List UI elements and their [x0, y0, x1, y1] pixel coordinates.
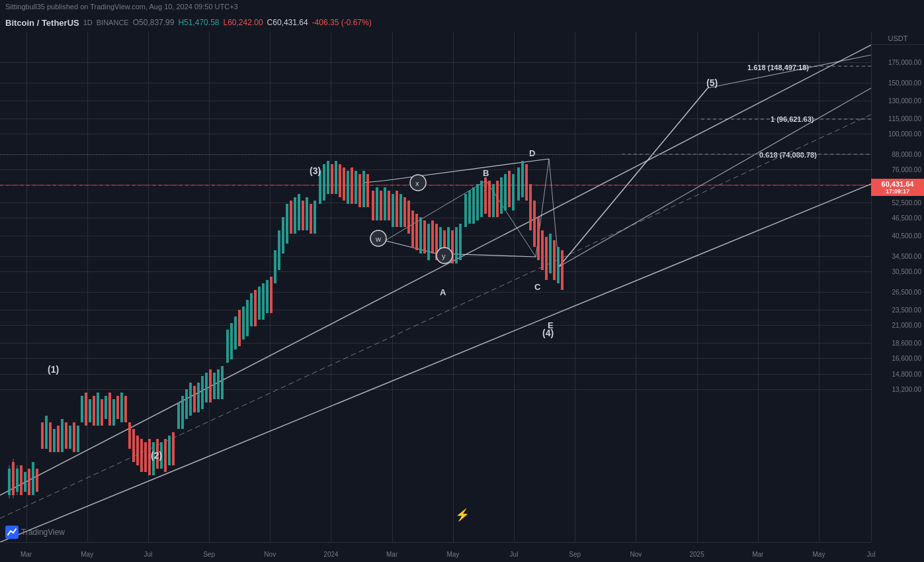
price-level-21k: 21,000.00 — [892, 322, 922, 329]
svg-rect-34 — [61, 419, 63, 452]
svg-rect-142 — [496, 181, 499, 217]
svg-rect-70 — [205, 373, 208, 402]
svg-rect-91 — [290, 201, 292, 234]
svg-rect-152 — [537, 217, 540, 260]
svg-rect-109 — [362, 171, 365, 207]
svg-rect-137 — [476, 184, 479, 220]
price-level-88k: 88,000.00 — [892, 151, 922, 158]
ticker-close: C60,431.64 — [267, 18, 308, 27]
time-label-jul24: Jul — [510, 551, 519, 558]
tradingview-logo: TradingView — [5, 526, 65, 539]
svg-rect-37 — [73, 422, 75, 452]
time-label-jul25: Jul — [867, 551, 876, 558]
price-level-18k: 18,600.00 — [892, 340, 922, 347]
ticker-symbol: Bitcoin / TetherUS — [5, 18, 79, 28]
svg-rect-75 — [226, 330, 229, 363]
svg-rect-100 — [327, 161, 329, 194]
svg-rect-53 — [136, 436, 139, 465]
svg-rect-50 — [124, 396, 127, 422]
svg-text:y: y — [442, 252, 446, 260]
svg-rect-81 — [250, 293, 253, 326]
tv-logo-text: TradingView — [21, 528, 65, 537]
price-level-76k: 76,000.00 — [892, 166, 922, 173]
price-level-115k: 115,000.00 — [888, 115, 921, 122]
svg-text:(3): (3) — [310, 165, 321, 176]
svg-rect-30 — [45, 416, 48, 449]
svg-rect-113 — [380, 191, 382, 220]
svg-rect-62 — [172, 432, 175, 465]
svg-rect-145 — [508, 171, 511, 207]
price-axis: 175,000.00 150,000.00 130,000.00 115,000… — [871, 32, 924, 542]
svg-rect-43 — [97, 393, 99, 426]
svg-rect-133 — [459, 224, 462, 260]
svg-rect-52 — [132, 429, 135, 462]
svg-rect-49 — [120, 393, 123, 422]
price-level-26k: 26,500.00 — [892, 289, 922, 296]
svg-rect-74 — [221, 366, 224, 399]
svg-rect-149 — [525, 164, 528, 201]
time-label-nov24: Nov — [630, 551, 642, 558]
svg-rect-64 — [181, 396, 184, 429]
svg-rect-141 — [492, 184, 495, 217]
svg-rect-132 — [455, 227, 458, 263]
svg-text:(5): (5) — [706, 77, 718, 88]
svg-rect-47 — [112, 399, 115, 426]
chart-area[interactable]: (1) (2) (3) w x y B A D C E (4) (5) 1.61… — [0, 32, 871, 542]
svg-rect-156 — [553, 240, 556, 280]
currency-label: USDT — [871, 32, 924, 45]
svg-rect-105 — [347, 171, 349, 204]
svg-rect-106 — [351, 167, 353, 204]
svg-text:(2): (2) — [151, 450, 162, 461]
svg-text:A: A — [440, 287, 446, 297]
svg-rect-111 — [372, 191, 374, 220]
ticker-change: -406.35 (-0.67%) — [312, 18, 372, 27]
svg-rect-124 — [423, 220, 426, 254]
svg-rect-73 — [217, 369, 220, 399]
time-label-mar24: Mar — [386, 551, 398, 558]
price-level-150k: 150,000.00 — [888, 79, 921, 87]
svg-rect-66 — [189, 383, 192, 416]
svg-rect-147 — [517, 167, 520, 201]
svg-rect-45 — [105, 396, 107, 419]
svg-rect-23 — [28, 469, 30, 495]
svg-rect-155 — [549, 234, 552, 273]
svg-rect-65 — [185, 389, 188, 419]
time-label-mar23: Mar — [21, 551, 32, 558]
svg-text:x: x — [415, 179, 419, 187]
svg-rect-121 — [411, 211, 414, 247]
svg-rect-150 — [529, 184, 532, 230]
time-label-2024: 2024 — [323, 551, 338, 558]
svg-text:D: D — [529, 148, 535, 158]
price-level-13k: 13,200.00 — [892, 385, 922, 393]
svg-rect-144 — [504, 174, 507, 211]
svg-text:w: w — [375, 235, 381, 243]
svg-rect-85 — [266, 280, 269, 313]
svg-rect-107 — [355, 171, 357, 204]
svg-rect-95 — [306, 197, 308, 230]
svg-rect-80 — [246, 300, 249, 336]
svg-rect-134 — [464, 194, 467, 227]
svg-rect-93 — [298, 194, 300, 230]
dashed-level-76k — [0, 154, 871, 155]
price-level-40k: 40,500.00 — [892, 232, 922, 240]
svg-rect-38 — [77, 426, 79, 452]
svg-rect-96 — [310, 204, 312, 234]
svg-rect-92 — [294, 197, 296, 234]
svg-rect-146 — [512, 174, 515, 211]
svg-rect-90 — [286, 204, 288, 244]
svg-text:(1): (1) — [48, 364, 59, 375]
ticker-timeframe: 1D — [83, 19, 93, 26]
svg-rect-83 — [258, 287, 261, 320]
svg-rect-22 — [24, 472, 26, 492]
tv-logo-icon — [5, 526, 19, 539]
svg-text:1 (96,621.63): 1 (96,621.63) — [771, 115, 814, 123]
svg-rect-136 — [472, 187, 475, 224]
svg-rect-158 — [561, 250, 564, 290]
svg-rect-31 — [49, 422, 52, 452]
svg-rect-87 — [274, 250, 276, 283]
svg-rect-51 — [128, 422, 131, 449]
svg-rect-108 — [358, 174, 361, 207]
time-label-jul23: Jul — [144, 551, 152, 558]
svg-rect-33 — [57, 426, 60, 452]
svg-rect-77 — [234, 316, 237, 350]
